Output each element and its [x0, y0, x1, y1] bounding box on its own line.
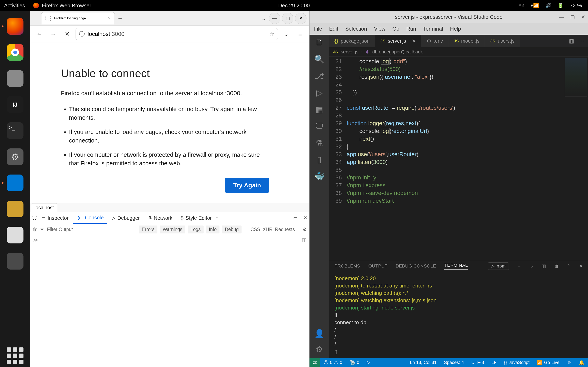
console-output[interactable]: ≫ ▥	[30, 235, 309, 367]
search-icon[interactable]: 🔍	[314, 54, 324, 64]
more-tabs-icon[interactable]: »	[216, 215, 219, 221]
breadcrumbs[interactable]: JS server.js › ⊕ db.once('open') callbac…	[329, 47, 588, 57]
tab-console[interactable]: ❯_Console	[73, 212, 107, 224]
manage-gear-icon[interactable]: ⚙	[316, 345, 323, 354]
run-debug-icon[interactable]: ▷	[316, 88, 323, 98]
chip-xhr[interactable]: XHR	[263, 227, 273, 232]
menu-selection[interactable]: Selection	[345, 26, 367, 32]
status-errors[interactable]: ⓧ 0 ⚠ 0	[320, 359, 346, 366]
status-ports[interactable]: 📡 0	[346, 360, 363, 365]
clock[interactable]: Dec 29 20:00	[278, 2, 310, 9]
kill-terminal-icon[interactable]: 🗑	[554, 263, 559, 269]
status-encoding[interactable]: UTF-8	[467, 360, 488, 365]
maximize-button[interactable]: ▢	[282, 13, 293, 24]
current-app[interactable]: Firefox Web Browser	[33, 2, 91, 9]
dock-terminal[interactable]: >_	[4, 119, 26, 142]
status-debug[interactable]: ▷	[363, 360, 374, 365]
tabs-dropdown[interactable]: ⌄	[258, 15, 269, 22]
volume-icon[interactable]: 🔊	[545, 3, 552, 8]
tab-env[interactable]: ⚙.env	[421, 35, 448, 47]
close-panel-icon[interactable]: ✕	[579, 263, 583, 269]
language-indicator[interactable]: en	[519, 2, 525, 9]
terminal-picker[interactable]: ▷npm	[488, 262, 509, 270]
split-terminal-icon[interactable]: ▥	[542, 263, 546, 269]
try-again-button[interactable]: Try Again	[225, 178, 269, 193]
dock-settings[interactable]	[4, 146, 26, 168]
sidebar-toggle-icon[interactable]: ▥	[302, 237, 306, 243]
chip-logs[interactable]: Logs	[188, 225, 204, 234]
site-info-icon[interactable]: ⓘ	[79, 30, 85, 38]
remote-explorer-icon[interactable]: 🖵	[315, 122, 323, 131]
split-editor-icon[interactable]: ▥	[569, 38, 574, 44]
tab-model-js[interactable]: JSmodel.js	[448, 35, 485, 47]
minimize-button[interactable]: —	[559, 14, 564, 20]
filter-input[interactable]	[47, 227, 107, 232]
trash-icon[interactable]: 🗑	[33, 227, 37, 232]
new-terminal-icon[interactable]: ＋	[517, 263, 522, 269]
status-cursor[interactable]: Ln 13, Col 31	[406, 360, 440, 365]
close-tab-icon[interactable]: ✕	[412, 38, 416, 44]
tab-users-js[interactable]: JSusers.js	[485, 35, 520, 47]
menu-go[interactable]: Go	[392, 26, 399, 32]
activities-button[interactable]: Activities	[4, 2, 25, 9]
testing-icon[interactable]: ⚗	[316, 138, 323, 147]
tab-network[interactable]: ⇅Network	[144, 213, 176, 224]
maximize-button[interactable]: ▢	[570, 14, 575, 20]
menu-view[interactable]: View	[374, 26, 385, 32]
dock-intellij[interactable]: IJ	[4, 93, 26, 116]
chip-info[interactable]: Info	[206, 225, 219, 234]
kebab-icon[interactable]: ⋯	[579, 38, 584, 44]
extensions-icon[interactable]: ▦	[315, 105, 323, 114]
app-menu-icon[interactable]: ≡	[295, 29, 306, 40]
chevron-down-icon[interactable]: ⌄	[530, 263, 534, 269]
panel-output[interactable]: OUTPUT	[368, 263, 387, 269]
chip-warnings[interactable]: Warnings	[160, 225, 185, 234]
responsive-icon[interactable]: ▭	[293, 215, 297, 221]
status-spaces[interactable]: Spaces: 4	[440, 360, 467, 365]
accounts-icon[interactable]: 👤	[314, 329, 324, 338]
dock-chrome[interactable]	[4, 41, 26, 64]
status-feedback-icon[interactable]: ☺	[563, 360, 575, 365]
menu-help[interactable]: Help	[450, 26, 461, 32]
battery-icon[interactable]: 🔋	[558, 3, 564, 8]
code-editor[interactable]: 21222324252627282930313233343536373839 c…	[329, 57, 563, 260]
status-eol[interactable]: LF	[488, 360, 501, 365]
chip-errors[interactable]: Errors	[139, 225, 157, 234]
menu-edit[interactable]: Edit	[329, 26, 338, 32]
terminal[interactable]: [nodemon] 2.0.20[nodemon] to restart at …	[329, 272, 588, 358]
console-settings-icon[interactable]: ⚙	[303, 227, 307, 232]
panel-terminal[interactable]: TERMINAL	[444, 263, 468, 269]
new-tab-button[interactable]: ＋	[115, 14, 125, 22]
dock-vscode[interactable]	[4, 172, 26, 194]
dock-trash[interactable]	[4, 250, 26, 272]
remote-indicator[interactable]: ⇄	[310, 358, 320, 367]
wifi-icon[interactable]: ▾📶	[531, 3, 539, 8]
dock-mail[interactable]	[4, 198, 26, 220]
close-devtools-icon[interactable]: ✕	[303, 215, 307, 221]
menu-run[interactable]: Run	[406, 26, 416, 32]
menu-file[interactable]: File	[314, 26, 322, 32]
pocket-icon[interactable]: ⌄	[281, 29, 292, 40]
browser-tab[interactable]: Problem loading page ✕	[41, 12, 115, 25]
explorer-icon[interactable]: 🗎	[315, 38, 323, 47]
address-bar[interactable]: ⓘ localhost:3000 ☆	[76, 28, 278, 40]
chip-requests[interactable]: Requests	[275, 227, 295, 232]
stop-button[interactable]: ✕	[62, 29, 73, 40]
tab-inspector[interactable]: ▭Inspector	[38, 213, 72, 224]
status-golive[interactable]: 📶 Go Live	[533, 360, 563, 365]
maximize-panel-icon[interactable]: ⌃	[567, 263, 571, 269]
scm-icon[interactable]: ⎇	[315, 71, 324, 81]
pick-element-icon[interactable]: ⛶	[32, 215, 37, 221]
chip-css[interactable]: CSS	[251, 227, 260, 232]
minimap[interactable]	[563, 57, 588, 260]
minimize-button[interactable]: —	[269, 13, 280, 24]
dock-apps[interactable]	[4, 345, 26, 367]
chip-debug[interactable]: Debug	[222, 225, 242, 234]
status-bell-icon[interactable]: 🔔	[575, 360, 588, 365]
devtools-target[interactable]: localhost	[30, 203, 309, 212]
back-button[interactable]: ←	[34, 29, 45, 40]
tab-debugger[interactable]: ▷Debugger	[108, 213, 144, 224]
bookmarks-icon[interactable]: ▯	[317, 155, 321, 164]
dock-files[interactable]	[4, 67, 26, 90]
menu-terminal[interactable]: Terminal	[423, 26, 443, 32]
